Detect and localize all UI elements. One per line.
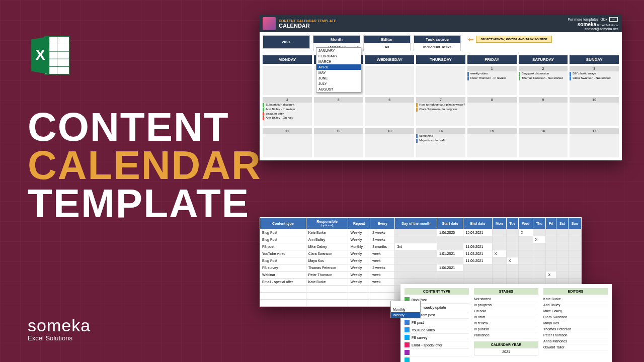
table-header-row: Content typeResponsible(optional)RepeatE…	[260, 218, 582, 229]
calendar-cell[interactable]: 16	[519, 128, 568, 157]
calendar-cell[interactable]: 6	[365, 97, 414, 126]
calendar-window: CONTENT CALENDAR TEMPLATE CALENDAR For m…	[260, 15, 622, 160]
month-option[interactable]: MARCH	[316, 59, 361, 64]
calendar-cell[interactable]: 4Subscription discountAnn Bailey - In re…	[263, 97, 312, 126]
repeat-option[interactable]	[391, 301, 420, 307]
arrow-right-icon: →	[609, 17, 618, 22]
calendar-cell[interactable]: 5	[314, 97, 363, 126]
weekday-label: MONDAY	[263, 55, 312, 64]
table-header: Mon	[492, 218, 506, 229]
calendar-cell[interactable]: 3DIY plastic usageClara Swanson - Not st…	[570, 66, 619, 95]
calendar-cell[interactable]: 17	[570, 128, 619, 157]
weekday-label: SATURDAY	[519, 55, 568, 64]
table-header: Day of the month	[395, 218, 437, 229]
header-subtitle: CONTENT CALENDAR TEMPLATE	[279, 19, 336, 23]
task-source-filter[interactable]: Task sourceIndividual Tasks	[414, 35, 461, 51]
legend-item: Mike Oakey	[543, 308, 608, 314]
legend-item: On hold	[474, 308, 538, 314]
table-header: Tue	[506, 218, 519, 229]
table-row[interactable]: Blog PostAnn BaileyWeekly3 weeksX	[260, 236, 582, 243]
editor-filter[interactable]: EditorAll	[363, 35, 411, 51]
calendar-cell[interactable]	[365, 66, 414, 95]
more-templates-link[interactable]: For more templates, click→	[568, 17, 618, 22]
legend-item: Email - special offer	[405, 341, 469, 349]
table-header: End date	[463, 218, 492, 229]
legend-item: Clara Swanson	[543, 314, 608, 320]
calendar-cell[interactable]	[416, 66, 465, 95]
table-header: Sun	[568, 218, 582, 229]
table-row[interactable]: YouTube videoClara SwansonWeeklyweek1.01…	[260, 250, 582, 257]
month-option[interactable]: JUNE	[316, 75, 361, 81]
year-filter[interactable]: 2021	[263, 35, 310, 49]
legend-item: In review	[474, 320, 538, 326]
month-option[interactable]: JULY	[316, 81, 361, 86]
month-option[interactable]: APRIL	[316, 64, 361, 70]
calendar-cell[interactable]: 7How to reduce your plastic waste?Clara …	[416, 97, 465, 126]
title-line-1: CONTENT	[28, 108, 262, 146]
weekday-label: FRIDAY	[467, 55, 517, 64]
calendar-cell[interactable]	[263, 66, 312, 95]
calendar-cell[interactable]: 15	[467, 128, 517, 157]
repeat-dropdown[interactable]: MonthlyWeekly	[390, 301, 421, 318]
editors-column: EDITORS Kate BurkeAnn BaileyMike OakeyCl…	[543, 288, 608, 362]
table-row[interactable]: WebinarPeter ThomsonWeeklyweekX	[260, 272, 582, 279]
app-logo-icon	[263, 17, 276, 30]
table-header: Responsible(optional)	[306, 218, 348, 229]
page-title: CONTENT CALENDAR TEMPLATE	[28, 108, 262, 223]
calendar-cell[interactable]: 10	[570, 97, 619, 126]
contact-email[interactable]: contact@someka.net	[568, 27, 618, 31]
month-option[interactable]: JANUARY	[316, 48, 361, 53]
calendar-cell[interactable]: 13	[365, 128, 414, 157]
calendar-year-label: CALENDAR YEAR	[474, 341, 538, 348]
someka-logo: someka Excel Solutions	[28, 316, 91, 342]
calendar-year-value[interactable]: 2021	[474, 348, 538, 355]
calendar-cell[interactable]: 2Blog post discussionThomas Peterson - N…	[519, 66, 568, 95]
calendar-cell[interactable]: 14somethingMaya Kos - In draft	[416, 128, 465, 157]
month-option[interactable]: MAY	[316, 70, 361, 75]
table-header: Repeat	[348, 218, 370, 229]
month-dropdown[interactable]: JANUARYFEBRUARYMARCHAPRILMAYJUNEJULYAUGU…	[316, 47, 361, 93]
table-header: Every	[370, 218, 395, 229]
legend-item: YouTube video	[405, 326, 469, 334]
legend-item: Kate Burke	[543, 296, 608, 302]
weekday-label: THURSDAY	[416, 55, 465, 64]
month-option[interactable]: FEBRUARY	[316, 53, 361, 59]
repeat-option[interactable]: Monthly	[391, 307, 420, 312]
title-line-2: CALENDAR	[28, 146, 262, 185]
stages-column: STAGES Not startedIn progressOn holdIn d…	[474, 288, 538, 362]
legend-item: Peter Thomson	[543, 332, 608, 338]
weekday-label: SUNDAY	[570, 55, 619, 64]
calendar-header: CONTENT CALENDAR TEMPLATE CALENDAR For m…	[260, 15, 622, 32]
legend-item: Thomas Peterson	[543, 326, 608, 332]
legend-item: In progress	[474, 302, 538, 308]
legend-item: Ann Bailey	[543, 302, 608, 308]
svg-text:X: X	[36, 47, 45, 63]
brand-sub: Excel Solutions	[28, 334, 91, 342]
content-type-column: CONTENT TYPE Blog PostEmail - weekly upd…	[405, 288, 469, 362]
calendar-cell[interactable]: 12	[314, 128, 363, 157]
calendar-cell[interactable]: 11	[263, 128, 312, 157]
legend-item	[405, 356, 469, 362]
calendar-cell[interactable]: 8	[467, 97, 517, 126]
weekday-header: MONDAYTUESDAYWEDNESDAYTHURSDAYFRIDAYSATU…	[260, 54, 622, 65]
table-header: Wed	[519, 218, 533, 229]
table-header: Content type	[260, 218, 306, 229]
table-header: Fri	[546, 218, 556, 229]
month-option[interactable]: AUGUST	[316, 86, 361, 92]
repeat-option[interactable]: Weekly	[391, 312, 420, 318]
filter-bar: 2021 MonthJANUARY▾ EditorAll Task source…	[260, 32, 622, 54]
table-row[interactable]: FB surveyThomas PetersonWeekly2 weeks1.0…	[260, 264, 582, 272]
table-row[interactable]: FB postMike OakeyMonthly3 months3rd11.09…	[260, 243, 582, 250]
brand-name: someka	[28, 316, 91, 335]
table-header: Sat	[556, 218, 568, 229]
calendar-cell[interactable]: 9	[519, 97, 568, 126]
calendar-cell[interactable]: 1weekly videoPeter Thomson - In review	[467, 66, 517, 95]
legend-item: FB post	[405, 319, 469, 326]
table-header: Thu	[533, 218, 546, 229]
table-row[interactable]: Blog PostKate BurkeWeekly2 weeks1.06.202…	[260, 229, 582, 236]
excel-icon: X	[28, 33, 73, 78]
calendar-grid: 1weekly videoPeter Thomson - In review2B…	[260, 65, 622, 160]
table-row[interactable]: Blog PostMaya KosWeeklyweek11.06.2021X	[260, 257, 582, 264]
filter-hint: ⬅SELECT MONTH, EDITOR AND TASK SOURCE	[468, 35, 552, 43]
legend-panel: CONTENT TYPE Blog PostEmail - weekly upd…	[400, 284, 612, 362]
